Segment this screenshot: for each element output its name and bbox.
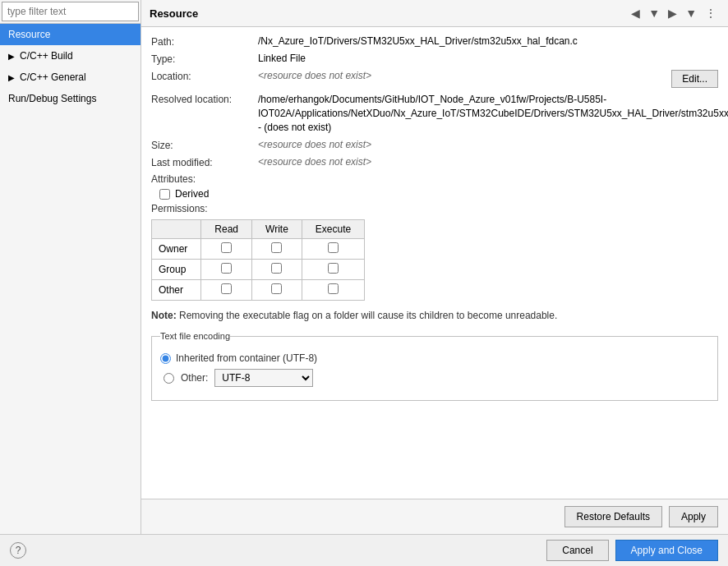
sidebar-item-label: C/C++ General (20, 71, 86, 83)
nav-forward-button[interactable]: ▶ (665, 5, 680, 21)
group-read-checkbox[interactable] (221, 263, 232, 274)
permissions-col-read: Read (201, 220, 252, 239)
filter-input-container (0, 0, 141, 24)
sidebar-item-label: C/C++ Build (20, 50, 73, 62)
last-modified-value: <resource does not exist> (258, 156, 718, 168)
resolved-location-label: Resolved location: (151, 93, 258, 105)
encoding-legend: Text file encoding (160, 331, 230, 341)
content-body: Path: /Nx_Azure_IoT/Drivers/STM32U5xx_HA… (141, 27, 728, 499)
help-button[interactable]: ? (10, 542, 26, 559)
nav-forward-dropdown-button[interactable]: ▼ (682, 5, 700, 21)
derived-row: Derived (159, 188, 718, 200)
permissions-group-read-cell (201, 260, 252, 280)
sidebar-item-cpp-build[interactable]: ▶ C/C++ Build (0, 45, 141, 67)
group-write-checkbox[interactable] (271, 263, 282, 274)
note-body: Removing the executable flag on a folder… (177, 310, 558, 321)
permissions-label: Permissions: (151, 203, 718, 214)
path-row: Path: /Nx_Azure_IoT/Drivers/STM32U5xx_HA… (151, 35, 718, 48)
location-value: <resource does not exist> (258, 70, 663, 81)
encoding-other-row: Other: UTF-8 (164, 369, 709, 387)
encoding-inherited-label: Inherited from container (UTF-8) (176, 352, 317, 364)
permissions-owner-write-cell (252, 239, 302, 260)
size-value: <resource does not exist> (258, 139, 718, 150)
location-label: Location: (151, 70, 258, 82)
permissions-row-other: Other (152, 280, 365, 301)
group-execute-checkbox[interactable] (328, 263, 339, 274)
permissions-other-label: Other (152, 280, 201, 301)
nav-back-button[interactable]: ◀ (628, 5, 643, 21)
encoding-select[interactable]: UTF-8 (214, 369, 313, 387)
last-modified-row: Last modified: <resource does not exist> (151, 156, 718, 168)
path-value: /Nx_Azure_IoT/Drivers/STM32U5xx_HAL_Driv… (258, 35, 718, 47)
owner-execute-checkbox[interactable] (328, 242, 339, 253)
owner-write-checkbox[interactable] (271, 242, 282, 253)
permissions-group-label: Group (152, 260, 201, 280)
permissions-col-empty (152, 220, 201, 239)
sidebar-item-resource[interactable]: Resource (0, 24, 141, 45)
permissions-col-write: Write (252, 220, 302, 239)
permissions-row-group: Group (152, 260, 365, 280)
resolved-location-row: Resolved location: /home/erhangok/Docume… (151, 93, 718, 134)
size-label: Size: (151, 139, 258, 151)
sidebar-item-label: Resource (8, 29, 50, 40)
other-execute-checkbox[interactable] (328, 283, 339, 294)
permissions-row-owner: Owner (152, 239, 365, 260)
permissions-group-execute-cell (302, 260, 364, 280)
permissions-other-execute-cell (302, 280, 364, 301)
encoding-other-label: Other: (181, 372, 208, 384)
note-prefix: Note: (151, 310, 177, 321)
resolved-location-value: /home/erhangok/Documents/GitHub/IOT_Node… (258, 93, 728, 134)
permissions-header-row: Read Write Execute (152, 220, 365, 239)
nav-back-dropdown-button[interactable]: ▼ (645, 5, 663, 21)
derived-checkbox[interactable] (159, 189, 170, 200)
permissions-table: Read Write Execute Owner Group (151, 219, 365, 301)
permissions-other-write-cell (252, 280, 302, 301)
arrow-icon: ▶ (8, 52, 15, 61)
attributes-label: Attributes: (151, 173, 718, 185)
other-write-checkbox[interactable] (271, 283, 282, 294)
note-text: Note: Removing the executable flag on a … (151, 309, 718, 323)
path-label: Path: (151, 35, 258, 48)
type-label: Type: (151, 53, 258, 65)
arrow-icon: ▶ (8, 73, 15, 82)
edit-button[interactable]: Edit... (671, 70, 718, 88)
cancel-button[interactable]: Cancel (546, 540, 608, 561)
filter-input[interactable] (2, 2, 139, 21)
restore-defaults-button[interactable]: Restore Defaults (564, 506, 662, 527)
permissions-owner-label: Owner (152, 239, 201, 260)
bottom-bar: Restore Defaults Apply (141, 499, 728, 534)
sidebar-item-run-debug[interactable]: Run/Debug Settings (0, 88, 141, 109)
footer-right: Cancel Apply and Close (546, 540, 718, 561)
sidebar-item-cpp-general[interactable]: ▶ C/C++ General (0, 67, 141, 88)
apply-button[interactable]: Apply (669, 506, 718, 527)
type-row: Type: Linked File (151, 53, 718, 65)
page-title: Resource (150, 7, 198, 20)
permissions-owner-read-cell (201, 239, 252, 260)
type-value: Linked File (258, 53, 718, 64)
permissions-other-read-cell (201, 280, 252, 301)
permissions-owner-execute-cell (302, 239, 364, 260)
permissions-group-write-cell (252, 260, 302, 280)
owner-read-checkbox[interactable] (221, 242, 232, 253)
encoding-inherited-row: Inherited from container (UTF-8) (160, 352, 709, 364)
encoding-inherited-radio[interactable] (160, 353, 171, 364)
footer-bar: ? Cancel Apply and Close (0, 534, 728, 566)
content-header: Resource ◀ ▼ ▶ ▼ ⋮ (141, 0, 728, 27)
content-area: Resource ◀ ▼ ▶ ▼ ⋮ Path: /Nx_Azure_IoT/D… (141, 0, 728, 534)
location-row: Location: <resource does not exist> Edit… (151, 70, 718, 88)
encoding-other-radio[interactable] (164, 373, 174, 384)
permissions-col-execute: Execute (302, 220, 364, 239)
apply-and-close-button[interactable]: Apply and Close (615, 540, 718, 561)
header-actions: ◀ ▼ ▶ ▼ ⋮ (628, 5, 720, 21)
more-menu-button[interactable]: ⋮ (702, 5, 720, 21)
encoding-group: Text file encoding Inherited from contai… (151, 331, 718, 401)
other-read-checkbox[interactable] (221, 283, 232, 294)
last-modified-label: Last modified: (151, 156, 258, 168)
derived-label: Derived (175, 188, 209, 200)
size-row: Size: <resource does not exist> (151, 139, 718, 151)
sidebar: Resource ▶ C/C++ Build ▶ C/C++ General R… (0, 0, 141, 534)
sidebar-item-label: Run/Debug Settings (8, 93, 96, 104)
